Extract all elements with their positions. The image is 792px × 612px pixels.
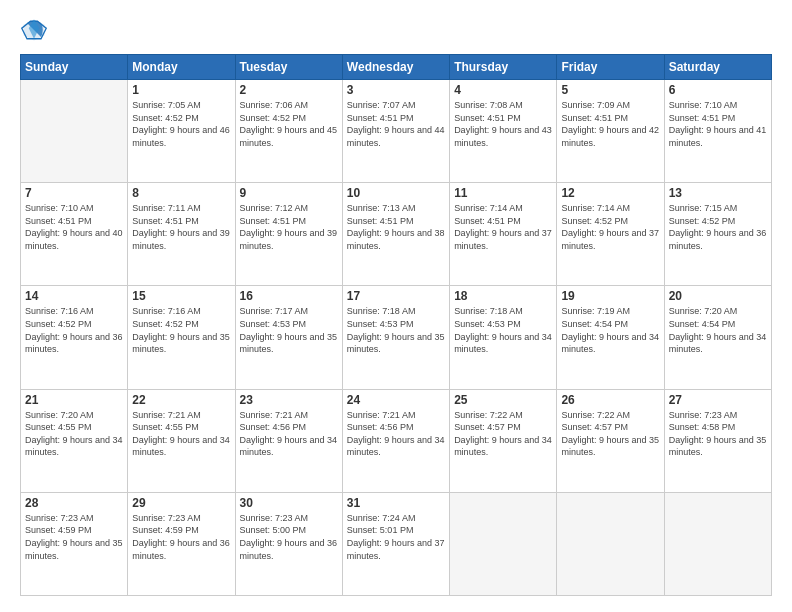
day-number: 4 [454,83,552,97]
day-number: 18 [454,289,552,303]
calendar-day-cell: 12Sunrise: 7:14 AMSunset: 4:52 PMDayligh… [557,183,664,286]
day-info: Sunrise: 7:12 AMSunset: 4:51 PMDaylight:… [240,202,338,252]
day-number: 3 [347,83,445,97]
day-number: 24 [347,393,445,407]
day-number: 16 [240,289,338,303]
calendar-header-row: SundayMondayTuesdayWednesdayThursdayFrid… [21,55,772,80]
calendar-day-cell: 30Sunrise: 7:23 AMSunset: 5:00 PMDayligh… [235,492,342,595]
calendar-day-cell [450,492,557,595]
calendar-header-cell: Saturday [664,55,771,80]
day-info: Sunrise: 7:10 AMSunset: 4:51 PMDaylight:… [669,99,767,149]
calendar-day-cell: 24Sunrise: 7:21 AMSunset: 4:56 PMDayligh… [342,389,449,492]
day-number: 26 [561,393,659,407]
day-number: 6 [669,83,767,97]
calendar-day-cell: 18Sunrise: 7:18 AMSunset: 4:53 PMDayligh… [450,286,557,389]
logo [20,16,52,44]
day-info: Sunrise: 7:20 AMSunset: 4:54 PMDaylight:… [669,305,767,355]
day-number: 1 [132,83,230,97]
day-number: 17 [347,289,445,303]
calendar-day-cell: 5Sunrise: 7:09 AMSunset: 4:51 PMDaylight… [557,80,664,183]
day-info: Sunrise: 7:17 AMSunset: 4:53 PMDaylight:… [240,305,338,355]
day-info: Sunrise: 7:21 AMSunset: 4:56 PMDaylight:… [347,409,445,459]
calendar-header-cell: Thursday [450,55,557,80]
day-info: Sunrise: 7:23 AMSunset: 4:59 PMDaylight:… [25,512,123,562]
day-info: Sunrise: 7:22 AMSunset: 4:57 PMDaylight:… [454,409,552,459]
day-info: Sunrise: 7:11 AMSunset: 4:51 PMDaylight:… [132,202,230,252]
day-info: Sunrise: 7:16 AMSunset: 4:52 PMDaylight:… [132,305,230,355]
calendar-day-cell: 27Sunrise: 7:23 AMSunset: 4:58 PMDayligh… [664,389,771,492]
calendar-day-cell: 22Sunrise: 7:21 AMSunset: 4:55 PMDayligh… [128,389,235,492]
calendar-day-cell: 19Sunrise: 7:19 AMSunset: 4:54 PMDayligh… [557,286,664,389]
day-number: 28 [25,496,123,510]
day-number: 22 [132,393,230,407]
day-number: 23 [240,393,338,407]
calendar-day-cell: 28Sunrise: 7:23 AMSunset: 4:59 PMDayligh… [21,492,128,595]
calendar-day-cell [21,80,128,183]
page: SundayMondayTuesdayWednesdayThursdayFrid… [0,0,792,612]
calendar-week-row: 1Sunrise: 7:05 AMSunset: 4:52 PMDaylight… [21,80,772,183]
calendar-day-cell: 7Sunrise: 7:10 AMSunset: 4:51 PMDaylight… [21,183,128,286]
calendar-day-cell: 31Sunrise: 7:24 AMSunset: 5:01 PMDayligh… [342,492,449,595]
day-info: Sunrise: 7:16 AMSunset: 4:52 PMDaylight:… [25,305,123,355]
day-info: Sunrise: 7:07 AMSunset: 4:51 PMDaylight:… [347,99,445,149]
calendar-day-cell [557,492,664,595]
calendar-header-cell: Wednesday [342,55,449,80]
calendar-day-cell: 10Sunrise: 7:13 AMSunset: 4:51 PMDayligh… [342,183,449,286]
day-info: Sunrise: 7:21 AMSunset: 4:55 PMDaylight:… [132,409,230,459]
day-info: Sunrise: 7:18 AMSunset: 4:53 PMDaylight:… [454,305,552,355]
calendar-day-cell: 25Sunrise: 7:22 AMSunset: 4:57 PMDayligh… [450,389,557,492]
calendar-day-cell: 14Sunrise: 7:16 AMSunset: 4:52 PMDayligh… [21,286,128,389]
calendar-day-cell [664,492,771,595]
calendar-day-cell: 16Sunrise: 7:17 AMSunset: 4:53 PMDayligh… [235,286,342,389]
day-number: 14 [25,289,123,303]
calendar-day-cell: 15Sunrise: 7:16 AMSunset: 4:52 PMDayligh… [128,286,235,389]
day-number: 9 [240,186,338,200]
day-number: 15 [132,289,230,303]
day-info: Sunrise: 7:08 AMSunset: 4:51 PMDaylight:… [454,99,552,149]
day-info: Sunrise: 7:10 AMSunset: 4:51 PMDaylight:… [25,202,123,252]
day-info: Sunrise: 7:23 AMSunset: 4:59 PMDaylight:… [132,512,230,562]
calendar-week-row: 28Sunrise: 7:23 AMSunset: 4:59 PMDayligh… [21,492,772,595]
calendar-day-cell: 6Sunrise: 7:10 AMSunset: 4:51 PMDaylight… [664,80,771,183]
day-number: 13 [669,186,767,200]
day-info: Sunrise: 7:21 AMSunset: 4:56 PMDaylight:… [240,409,338,459]
day-number: 8 [132,186,230,200]
day-number: 29 [132,496,230,510]
calendar-header-cell: Tuesday [235,55,342,80]
day-number: 11 [454,186,552,200]
logo-icon [20,16,48,44]
calendar-header-cell: Monday [128,55,235,80]
day-info: Sunrise: 7:14 AMSunset: 4:51 PMDaylight:… [454,202,552,252]
calendar-day-cell: 13Sunrise: 7:15 AMSunset: 4:52 PMDayligh… [664,183,771,286]
day-info: Sunrise: 7:18 AMSunset: 4:53 PMDaylight:… [347,305,445,355]
day-info: Sunrise: 7:06 AMSunset: 4:52 PMDaylight:… [240,99,338,149]
day-number: 31 [347,496,445,510]
calendar-day-cell: 2Sunrise: 7:06 AMSunset: 4:52 PMDaylight… [235,80,342,183]
calendar-week-row: 14Sunrise: 7:16 AMSunset: 4:52 PMDayligh… [21,286,772,389]
day-info: Sunrise: 7:15 AMSunset: 4:52 PMDaylight:… [669,202,767,252]
calendar-table: SundayMondayTuesdayWednesdayThursdayFrid… [20,54,772,596]
day-info: Sunrise: 7:13 AMSunset: 4:51 PMDaylight:… [347,202,445,252]
day-number: 2 [240,83,338,97]
day-number: 25 [454,393,552,407]
day-number: 5 [561,83,659,97]
day-info: Sunrise: 7:20 AMSunset: 4:55 PMDaylight:… [25,409,123,459]
day-number: 10 [347,186,445,200]
day-info: Sunrise: 7:14 AMSunset: 4:52 PMDaylight:… [561,202,659,252]
day-info: Sunrise: 7:23 AMSunset: 4:58 PMDaylight:… [669,409,767,459]
calendar-day-cell: 3Sunrise: 7:07 AMSunset: 4:51 PMDaylight… [342,80,449,183]
day-number: 19 [561,289,659,303]
calendar-day-cell: 17Sunrise: 7:18 AMSunset: 4:53 PMDayligh… [342,286,449,389]
calendar-day-cell: 29Sunrise: 7:23 AMSunset: 4:59 PMDayligh… [128,492,235,595]
calendar-day-cell: 23Sunrise: 7:21 AMSunset: 4:56 PMDayligh… [235,389,342,492]
calendar-header-cell: Sunday [21,55,128,80]
day-number: 27 [669,393,767,407]
day-info: Sunrise: 7:24 AMSunset: 5:01 PMDaylight:… [347,512,445,562]
day-info: Sunrise: 7:19 AMSunset: 4:54 PMDaylight:… [561,305,659,355]
calendar-day-cell: 8Sunrise: 7:11 AMSunset: 4:51 PMDaylight… [128,183,235,286]
day-info: Sunrise: 7:22 AMSunset: 4:57 PMDaylight:… [561,409,659,459]
calendar-day-cell: 20Sunrise: 7:20 AMSunset: 4:54 PMDayligh… [664,286,771,389]
calendar-day-cell: 11Sunrise: 7:14 AMSunset: 4:51 PMDayligh… [450,183,557,286]
header [20,16,772,44]
day-number: 20 [669,289,767,303]
